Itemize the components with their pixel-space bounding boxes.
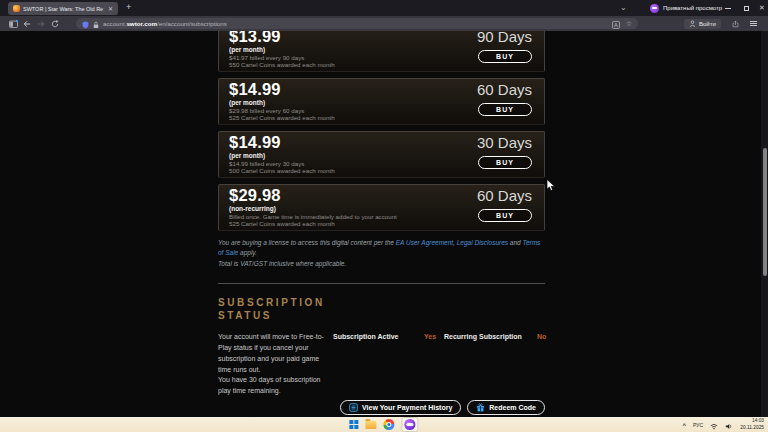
clock-date: 20.11.2025 bbox=[740, 425, 764, 431]
legal-text: You are buying a license to access this … bbox=[218, 238, 545, 258]
scrollbar-thumb[interactable] bbox=[763, 148, 767, 276]
translate-icon[interactable]: A bbox=[612, 15, 620, 33]
recurring-subscription-label: Recurring Subscription bbox=[444, 333, 522, 340]
reload-icon[interactable] bbox=[48, 18, 62, 30]
swtor-favicon-icon bbox=[13, 5, 20, 12]
browser-tab-bar: SWTOR | Star Wars: The Old Re ✕ + ⌄ Прив… bbox=[0, 0, 768, 16]
subscription-status-heading: SUBSCRIPTION STATUS bbox=[218, 297, 545, 322]
buy-button[interactable]: BUY bbox=[478, 103, 532, 116]
screen: SWTOR | Star Wars: The Old Re ✕ + ⌄ Прив… bbox=[0, 0, 768, 432]
tab-close-icon[interactable]: ✕ bbox=[108, 6, 113, 12]
tray-chevron-icon[interactable]: ^ bbox=[682, 422, 686, 428]
forward-icon[interactable] bbox=[34, 18, 48, 30]
file-explorer-icon[interactable] bbox=[366, 421, 377, 429]
plan-price: $14.99 bbox=[229, 80, 281, 99]
start-button-icon[interactable] bbox=[349, 420, 358, 429]
firefox-private-taskbar-button[interactable] bbox=[401, 417, 419, 432]
lock-icon[interactable] bbox=[93, 15, 99, 33]
plan-duration: 60 Days bbox=[477, 81, 532, 98]
window-minimize-button[interactable] bbox=[720, 0, 736, 16]
plan-price: $29.98 bbox=[229, 186, 281, 205]
plan-term: (per month) bbox=[229, 46, 265, 53]
private-browsing-icon bbox=[650, 4, 659, 13]
firefox-signin-button[interactable]: Войти bbox=[684, 19, 721, 29]
browser-tab[interactable]: SWTOR | Star Wars: The Old Re ✕ bbox=[8, 2, 118, 15]
bookmark-star-icon[interactable]: ☆ bbox=[626, 20, 632, 27]
url-bar[interactable]: account.swtor.com/en/account/subscriptio… bbox=[76, 18, 638, 29]
plan-card-60-days: $14.99 (per month) $29.98 billed every 6… bbox=[218, 78, 545, 125]
plan-billing-detail: $41.97 billed every 90 days bbox=[229, 54, 304, 61]
tab-title: SWTOR | Star Wars: The Old Re bbox=[23, 6, 105, 12]
ea-user-agreement-link[interactable]: EA User Agreement bbox=[396, 239, 453, 246]
buy-button[interactable]: BUY bbox=[478, 209, 532, 222]
clock[interactable]: 14:03 20.11.2025 bbox=[740, 418, 764, 430]
svg-text:A: A bbox=[614, 22, 618, 28]
wifi-icon[interactable] bbox=[710, 416, 718, 432]
plan-duration: 60 Days bbox=[477, 187, 532, 204]
account-icon bbox=[689, 20, 696, 27]
status-paragraph-1: Your account will move to Free-to-Play s… bbox=[218, 332, 330, 375]
plan-price: $14.99 bbox=[229, 133, 281, 152]
plan-term: (non-recurring) bbox=[229, 205, 276, 212]
legal-disclosures-link[interactable]: Legal Disclosures bbox=[457, 239, 508, 246]
buy-button[interactable]: BUY bbox=[478, 50, 532, 63]
url-text: account.swtor.com/en/account/subscriptio… bbox=[103, 20, 227, 27]
plan-billing-detail: $14.99 billed every 30 days bbox=[229, 160, 304, 167]
vat-note: Total is VAT/GST inclusive where applica… bbox=[218, 260, 545, 267]
plan-price: $13.99 bbox=[229, 31, 281, 46]
system-tray: ^ РУС 14:03 20.11.2025 bbox=[682, 417, 764, 432]
plan-term: (per month) bbox=[229, 152, 265, 159]
buy-button[interactable]: BUY bbox=[478, 156, 532, 169]
plan-duration: 90 Days bbox=[477, 31, 532, 45]
plan-coins-detail: 500 Cartel Coins awarded each month bbox=[229, 167, 335, 174]
chrome-icon[interactable] bbox=[384, 419, 395, 430]
share-icon[interactable] bbox=[729, 18, 743, 30]
redeem-code-button[interactable]: Redeem Code bbox=[467, 400, 545, 415]
back-icon[interactable] bbox=[20, 18, 34, 30]
plan-coins-detail: 525 Cartel Coins awarded each month bbox=[229, 220, 335, 227]
new-tab-button[interactable]: + bbox=[126, 2, 131, 12]
plan-billing-detail: $29.98 billed every 60 days bbox=[229, 107, 304, 114]
view-payment-history-button[interactable]: View Your Payment History bbox=[340, 400, 461, 415]
menu-icon[interactable] bbox=[750, 21, 757, 27]
plan-card-30-days: $14.99 (per month) $14.99 billed every 3… bbox=[218, 131, 545, 178]
signin-label: Войти bbox=[699, 21, 716, 27]
page-content: $13.99 (per month) $41.97 billed every 9… bbox=[0, 31, 768, 417]
private-browsing-label: Приватный просмотр bbox=[663, 5, 722, 11]
windows-taskbar: ^ РУС 14:03 20.11.2025 bbox=[0, 417, 768, 432]
window-maximize-button[interactable] bbox=[738, 0, 754, 16]
status-paragraph-2: You have 30 days of subscription play ti… bbox=[218, 375, 330, 397]
recurring-subscription-value: No bbox=[537, 333, 546, 340]
payment-history-icon bbox=[349, 403, 358, 412]
mouse-cursor bbox=[546, 178, 557, 196]
browser-toolbar: account.swtor.com/en/account/subscriptio… bbox=[0, 16, 768, 31]
action-buttons-row: View Your Payment History Redeem Code bbox=[218, 400, 545, 415]
subscription-active-label: Subscription Active bbox=[333, 333, 398, 340]
plan-billing-detail: Billed once. Game time is immediately ad… bbox=[229, 213, 397, 220]
volume-icon[interactable] bbox=[725, 416, 733, 432]
language-indicator[interactable]: РУС bbox=[693, 422, 703, 428]
gift-icon bbox=[476, 403, 485, 412]
plan-term: (per month) bbox=[229, 99, 265, 106]
firefox-private-icon bbox=[405, 419, 416, 430]
window-close-button[interactable]: ✕ bbox=[754, 0, 768, 16]
sidebar-toggle-icon[interactable] bbox=[6, 18, 20, 30]
plan-coins-detail: 550 Cartel Coins awarded each month bbox=[229, 61, 335, 68]
plan-coins-detail: 525 Cartel Coins awarded each month bbox=[229, 114, 335, 121]
plan-card-90-days: $13.99 (per month) $41.97 billed every 9… bbox=[218, 31, 545, 72]
scrollbar-track[interactable] bbox=[761, 31, 768, 417]
subscription-active-value: Yes bbox=[424, 333, 436, 340]
tracking-shield-icon[interactable] bbox=[82, 15, 89, 33]
plan-card-60-days-nonrecurring: $29.98 (non-recurring) Billed once. Game… bbox=[218, 184, 545, 231]
plan-duration: 30 Days bbox=[477, 134, 532, 151]
tab-list-chevron-icon[interactable]: ⌄ bbox=[620, 3, 627, 12]
section-divider bbox=[218, 283, 545, 284]
